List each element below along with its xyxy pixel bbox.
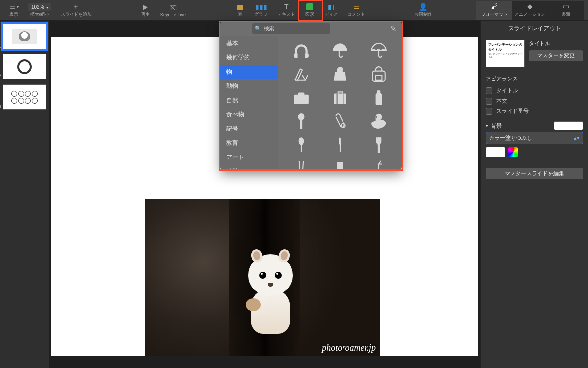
text-button[interactable]: Tテキスト xyxy=(272,1,300,20)
checkbox-body[interactable]: 本文 xyxy=(486,96,583,106)
add-slide-button[interactable]: ＋スライドを追加 xyxy=(56,1,97,20)
shape-backpack-icon[interactable] xyxy=(361,63,397,85)
search-icon: 🔍 xyxy=(255,26,262,32)
edit-master-button[interactable]: マスタースライドを編集 xyxy=(486,168,583,179)
search-placeholder: 検索 xyxy=(264,25,274,32)
appearance-header: アピアランス xyxy=(486,72,583,85)
shape-suitcase-icon[interactable] xyxy=(322,86,358,109)
media-button[interactable]: ◧ディア xyxy=(319,1,343,20)
shape-straw-icon[interactable] xyxy=(361,157,397,170)
slide-thumb-3[interactable]: 3 xyxy=(3,84,46,110)
format-tab[interactable]: 🖌フォーマット xyxy=(476,1,512,20)
background-swatch[interactable] xyxy=(554,121,583,130)
checkbox-title[interactable]: タイトル xyxy=(486,85,583,96)
svg-point-2 xyxy=(376,116,378,118)
shape-knife-icon[interactable] xyxy=(322,133,358,156)
shape-bag-icon[interactable] xyxy=(322,63,358,85)
table-button[interactable]: ▦表 xyxy=(230,1,249,20)
add-slide-label: スライドを追加 xyxy=(61,11,92,18)
view-label: 表示 xyxy=(9,11,18,18)
animal-graphic xyxy=(244,254,297,333)
keynote-live-button[interactable]: ⌧Keynote Live xyxy=(155,1,191,20)
slide-thumb-1[interactable]: 1 xyxy=(3,24,46,49)
shape-category-自然[interactable]: 自然 xyxy=(220,93,278,107)
inspector-panel: スライドレイアウト プレゼンテーションのタイトル プレゼンテーションのサブタイト… xyxy=(480,21,588,368)
shape-category-物[interactable]: 物 xyxy=(220,65,278,79)
shape-cup-icon[interactable] xyxy=(322,157,358,170)
shape-umbrella-closed-icon[interactable] xyxy=(361,39,397,62)
toolbar: ▭表示 102% 拡大/縮小 ＋スライドを追加 ▶再生 ⌧Keynote Liv… xyxy=(0,0,588,21)
shape-safety-pin-icon[interactable] xyxy=(322,110,358,132)
slide-thumb-2[interactable]: 2 xyxy=(3,54,46,79)
shape-search-input[interactable]: 🔍 検索 xyxy=(252,23,330,34)
slide-image[interactable]: photoroamer.jp xyxy=(145,199,380,356)
fill-color-well[interactable] xyxy=(486,147,505,157)
inspector-title: スライドレイアウト xyxy=(481,21,588,37)
shape-umbrella-icon[interactable] xyxy=(322,39,358,62)
shape-maraca-icon[interactable] xyxy=(283,110,319,132)
shape-chopsticks-icon[interactable] xyxy=(283,157,319,170)
zoom-label: 拡大/縮小 xyxy=(30,11,49,18)
shape-popover: 🔍 検索 ✎ 基本幾何学的物動物自然食べ物記号教育アート科学人々場所 xyxy=(220,21,402,170)
shape-category-教育[interactable]: 教育 xyxy=(220,136,278,150)
chart-button[interactable]: ▮▮▮グラフ xyxy=(249,1,272,20)
layout-title-label: タイトル xyxy=(529,40,583,47)
background-disclosure[interactable]: ▾背景 xyxy=(486,116,583,132)
shape-category-アート[interactable]: アート xyxy=(220,150,278,164)
change-master-button[interactable]: マスターを変更 xyxy=(529,50,583,61)
shape-briefcase-icon[interactable] xyxy=(283,86,319,109)
document-tab[interactable]: ▭書類 xyxy=(548,1,584,20)
shape-category-記号[interactable]: 記号 xyxy=(220,122,278,136)
zoom-control[interactable]: 102% 拡大/縮小 xyxy=(24,1,56,20)
image-watermark: photoroamer.jp xyxy=(322,343,376,353)
shape-category-幾何学的[interactable]: 幾何学的 xyxy=(220,51,278,65)
comment-button[interactable]: ▭コメント xyxy=(343,1,370,20)
slide-navigator[interactable]: 1 2 3 xyxy=(0,21,49,368)
zoom-value: 102% xyxy=(28,3,51,11)
shape-fork-icon[interactable] xyxy=(361,133,397,156)
shape-category-食べ物[interactable]: 食べ物 xyxy=(220,107,278,122)
color-wheel-button[interactable] xyxy=(508,147,518,157)
shape-category-基本[interactable]: 基本 xyxy=(220,36,278,51)
layout-thumbnail[interactable]: プレゼンテーションのタイトル プレゼンテーションのサブタイトル xyxy=(486,40,525,67)
collaborate-button[interactable]: 👤共同制作 xyxy=(410,1,437,20)
shape-bottle-icon[interactable] xyxy=(361,86,397,109)
shape-button[interactable]: 図形 xyxy=(300,1,319,20)
checkbox-slidenum[interactable]: スライド番号 xyxy=(486,106,583,116)
svg-point-0 xyxy=(298,113,304,120)
shape-category-動物[interactable]: 動物 xyxy=(220,79,278,93)
shape-category-list[interactable]: 基本幾何学的物動物自然食べ物記号教育アート科学人々場所 xyxy=(220,36,278,170)
shape-grid[interactable] xyxy=(278,36,402,170)
play-button[interactable]: ▶再生 xyxy=(136,1,155,20)
view-menu-button[interactable]: ▭表示 xyxy=(4,1,24,20)
animate-tab[interactable]: ◆アニメーション xyxy=(512,1,548,20)
draw-shape-button[interactable]: ✎ xyxy=(388,24,398,33)
fill-type-select[interactable]: カラー塗りつぶし▴▾ xyxy=(486,132,583,144)
shape-duck-icon[interactable] xyxy=(361,110,397,132)
shape-category-科学[interactable]: 科学 xyxy=(220,164,278,170)
shape-beach-chair-icon[interactable] xyxy=(283,63,319,85)
shape-spoon-icon[interactable] xyxy=(283,133,319,156)
shape-headphones-icon[interactable] xyxy=(283,39,319,62)
